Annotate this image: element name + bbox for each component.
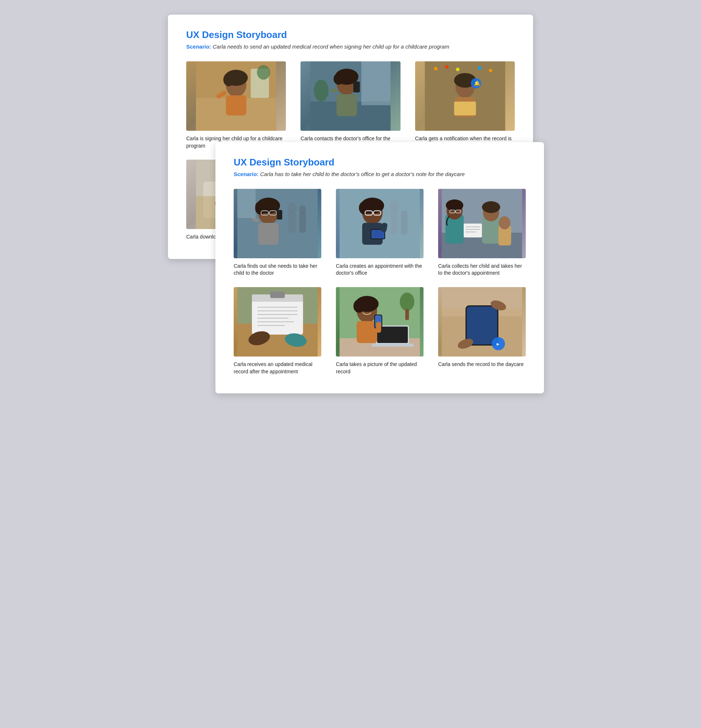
front-story-item-4: Carla receives an updated medical record… [234,287,321,375]
front-story-image-5 [336,287,424,357]
svg-point-83 [446,199,463,211]
svg-rect-116 [372,344,414,347]
svg-point-119 [353,299,364,313]
front-caption-3: Carla collects her child and takes her t… [438,263,526,277]
svg-rect-60 [277,210,282,220]
svg-rect-16 [353,81,360,92]
front-story-item-3: Carla collects her child and takes her t… [438,189,526,277]
svg-point-90 [499,216,511,230]
svg-point-8 [257,65,270,79]
front-card: UX Design Storyboard Scenario: Carla has… [215,142,544,393]
front-story-image-6: ► [438,287,526,357]
svg-rect-15 [337,94,357,116]
svg-rect-112 [405,309,409,320]
front-story-item-6: ► Carla sends the record to the daycare [438,287,526,375]
svg-rect-128 [467,306,497,344]
svg-point-21 [434,67,437,71]
svg-rect-62 [237,189,255,218]
svg-point-4 [224,73,234,86]
svg-point-24 [477,66,481,70]
page-container: UX Design Storyboard Scenario: Carla nee… [168,14,533,393]
svg-rect-11 [362,61,391,105]
back-scenario-line: Scenario: Carla needs to send an updated… [186,43,515,50]
front-card-title: UX Design Storyboard [234,157,526,168]
back-story-image-3: 🔔 [415,61,515,131]
svg-rect-49 [288,211,296,233]
back-scenario-label: Scenario: [186,43,211,50]
svg-point-14 [334,73,344,85]
front-caption-1: Carla finds out she needs to take her ch… [234,263,321,277]
svg-point-23 [456,68,459,71]
front-caption-2: Carla creates an appointment with the do… [336,263,424,277]
svg-rect-5 [226,95,247,116]
svg-point-22 [445,65,449,69]
back-card-title: UX Design Storyboard [186,29,515,40]
svg-point-66 [389,201,399,211]
front-story-item-2: Carla creates an appointment with the do… [336,189,424,277]
svg-point-18 [314,79,329,101]
front-story-image-3 [438,189,526,258]
front-story-item-5: Carla takes a picture of the updated rec… [336,287,424,375]
back-story-item-2: Carla contacts the doctor's office for t… [300,61,400,149]
svg-rect-100 [270,292,285,298]
front-story-image-2 [336,189,424,258]
back-scenario-text: Carla needs to send an updated medical r… [213,43,449,50]
front-caption-5: Carla takes a picture of the updated rec… [336,361,424,375]
svg-rect-123 [376,322,381,333]
front-story-item-1: Carla finds out she needs to take her ch… [234,189,321,277]
svg-point-88 [482,201,500,213]
front-scenario-label: Scenario: [234,171,258,177]
back-story-item-1: Carla is signing her child up for a chil… [186,61,286,149]
svg-point-52 [299,205,306,214]
front-scenario-text: Carla has to take her child to the docto… [260,171,465,177]
front-caption-6: Carla sends the record to the daycare [438,361,526,368]
svg-rect-29 [454,101,476,116]
svg-rect-120 [357,321,377,343]
svg-rect-67 [401,211,407,234]
back-story-image-1 [186,61,286,131]
svg-point-25 [489,69,492,72]
svg-point-50 [288,203,296,213]
front-story-image-4 [234,287,321,357]
svg-point-70 [359,201,370,214]
svg-text:►: ► [496,342,500,347]
front-caption-4: Carla receives an updated medical record… [234,361,321,375]
svg-rect-51 [299,212,306,233]
back-story-item-3: 🔔 Carla gets a notification when the rec… [415,61,515,149]
front-story-grid: Carla finds out she needs to take her ch… [234,189,526,375]
svg-rect-91 [464,224,482,237]
svg-rect-115 [377,326,408,343]
front-scenario-line: Scenario: Carla has to take her child to… [234,171,526,177]
back-story-image-2 [300,61,400,131]
svg-rect-59 [258,223,278,245]
svg-rect-65 [391,209,398,234]
svg-text:🔔: 🔔 [473,80,480,87]
svg-point-111 [400,293,414,311]
svg-point-55 [255,201,266,214]
front-story-image-1 [234,189,321,258]
